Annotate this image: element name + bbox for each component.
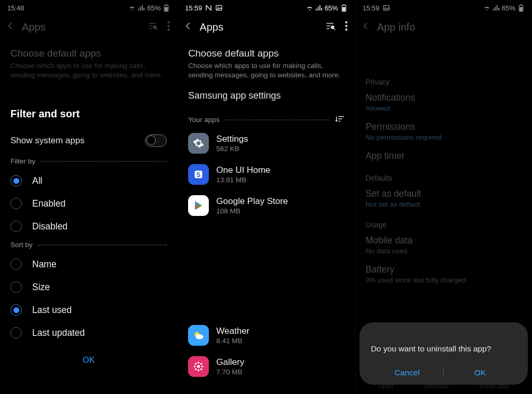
- svg-point-36: [197, 362, 200, 364]
- row-set-as-default[interactable]: Set as default Not set as default: [355, 184, 532, 213]
- page-title: Apps: [200, 21, 318, 33]
- svg-text:S: S: [196, 171, 201, 179]
- app-row-weather[interactable]: Weather 8.41 MB: [178, 320, 354, 351]
- filter-by-label: Filter by: [0, 154, 177, 169]
- svg-rect-47: [521, 4, 522, 5]
- svg-rect-15: [342, 7, 345, 11]
- signal-icon: [315, 4, 323, 11]
- gallery-icon: [188, 356, 209, 377]
- more-icon[interactable]: [167, 21, 170, 33]
- apps-header: Apps: [178, 16, 354, 42]
- status-bar: 15:59 65%: [355, 0, 532, 16]
- svg-point-19: [331, 26, 334, 29]
- dialog-cancel-button[interactable]: Cancel: [371, 368, 444, 377]
- app-row-playstore[interactable]: Google Play Store 108 MB: [178, 190, 354, 221]
- show-system-apps-toggle[interactable]: [145, 134, 167, 147]
- battery-pct: 65%: [502, 4, 515, 12]
- svg-line-7: [156, 29, 158, 30]
- sort-name[interactable]: Name: [0, 253, 177, 276]
- more-icon[interactable]: [345, 21, 348, 33]
- row-app-timer[interactable]: App timer: [355, 146, 532, 167]
- uninstall-dialog: Do you want to uninstall this app? Cance…: [360, 322, 528, 385]
- svg-point-21: [345, 21, 347, 23]
- choose-default-apps[interactable]: Choose default apps Choose which apps to…: [178, 42, 354, 81]
- wifi-icon: [483, 4, 490, 11]
- svg-rect-2: [165, 7, 168, 11]
- status-bar: 15:59 65%: [178, 0, 354, 16]
- svg-point-34: [196, 335, 204, 339]
- battery-icon: [163, 4, 170, 11]
- filter-enabled[interactable]: Enabled: [0, 192, 177, 215]
- play-icon: [188, 195, 209, 216]
- pane-filter-sort: 15:48 65% Apps Choose default apps Choos…: [0, 0, 177, 394]
- svg-point-37: [197, 370, 200, 372]
- svg-line-20: [334, 29, 335, 30]
- battery-icon: [517, 4, 525, 11]
- cat-defaults: Defaults: [355, 167, 532, 184]
- back-icon[interactable]: [361, 21, 371, 33]
- cat-privacy: Privacy: [355, 71, 532, 88]
- nfc-icon: [205, 4, 212, 11]
- svg-point-35: [197, 365, 201, 369]
- svg-point-23: [345, 29, 347, 30]
- picture-icon: [382, 4, 390, 11]
- pane-apps-list: 15:59 65% Apps Choose default apps Choos…: [177, 0, 354, 394]
- battery-icon: [340, 4, 348, 11]
- page-title: Apps: [22, 21, 141, 33]
- search-list-icon[interactable]: [148, 21, 158, 33]
- app-info-header: App info: [355, 16, 532, 42]
- your-apps-header: Your apps: [178, 108, 354, 128]
- battery-pct: 65%: [325, 4, 338, 12]
- svg-rect-1: [166, 4, 167, 5]
- page-title: App info: [377, 21, 525, 33]
- row-mobile-data[interactable]: Mobile data No data used: [355, 231, 532, 260]
- svg-point-22: [345, 25, 347, 26]
- row-battery[interactable]: Battery 0% used since last fully charged: [355, 260, 532, 289]
- wifi-icon: [128, 4, 136, 11]
- dialog-ok-button[interactable]: OK: [444, 368, 516, 377]
- svg-point-43: [201, 369, 203, 371]
- samsung-app-settings[interactable]: Samsung app settings: [178, 81, 354, 108]
- back-icon[interactable]: [5, 21, 16, 33]
- status-time: 15:59: [363, 4, 380, 12]
- svg-rect-14: [343, 4, 344, 5]
- picture-icon: [216, 4, 223, 11]
- dialog-text: Do you want to uninstall this app?: [371, 334, 516, 368]
- svg-point-41: [201, 363, 203, 365]
- sort-icon[interactable]: [335, 115, 344, 125]
- sort-last-used[interactable]: Last used: [0, 298, 177, 321]
- sort-size[interactable]: Size: [0, 276, 177, 298]
- app-row-gallery[interactable]: Gallery 7.70 MB: [178, 351, 354, 382]
- choose-default-apps[interactable]: Choose default apps Choose which apps to…: [0, 42, 177, 81]
- row-permissions[interactable]: Permissions No permissions required: [355, 117, 532, 146]
- ok-button[interactable]: OK: [0, 344, 177, 376]
- settings-icon: [188, 133, 209, 154]
- cat-usage: Usage: [355, 213, 532, 231]
- svg-point-40: [195, 363, 197, 365]
- filter-all[interactable]: All: [0, 169, 177, 192]
- filter-disabled[interactable]: Disabled: [0, 215, 177, 238]
- sort-by-label: Sort by: [0, 238, 177, 253]
- svg-rect-48: [520, 7, 522, 11]
- svg-point-45: [384, 7, 385, 8]
- svg-point-8: [168, 21, 169, 23]
- svg-point-6: [154, 26, 156, 29]
- signal-icon: [493, 4, 500, 11]
- row-notifications[interactable]: Notifications Allowed: [355, 88, 532, 117]
- svg-point-39: [202, 366, 204, 368]
- pane-app-info: 15:59 65% App info Privacy Notifications…: [355, 0, 532, 394]
- sort-last-updated[interactable]: Last updated: [0, 321, 177, 344]
- search-list-icon[interactable]: [325, 21, 336, 33]
- app-row-oneui[interactable]: S One UI Home 13.91 MB: [178, 159, 354, 190]
- svg-point-9: [168, 25, 169, 26]
- signal-icon: [138, 4, 145, 11]
- wifi-icon: [306, 4, 313, 11]
- svg-point-38: [194, 366, 196, 368]
- status-time: 15:48: [7, 4, 24, 12]
- oneui-icon: S: [188, 164, 209, 185]
- back-icon[interactable]: [183, 21, 193, 33]
- filter-sort-title: Filter and sort: [0, 101, 177, 122]
- show-system-apps-row[interactable]: Show system apps: [0, 127, 177, 154]
- app-row-settings[interactable]: Settings 562 KB: [178, 128, 354, 159]
- svg-point-42: [195, 369, 197, 371]
